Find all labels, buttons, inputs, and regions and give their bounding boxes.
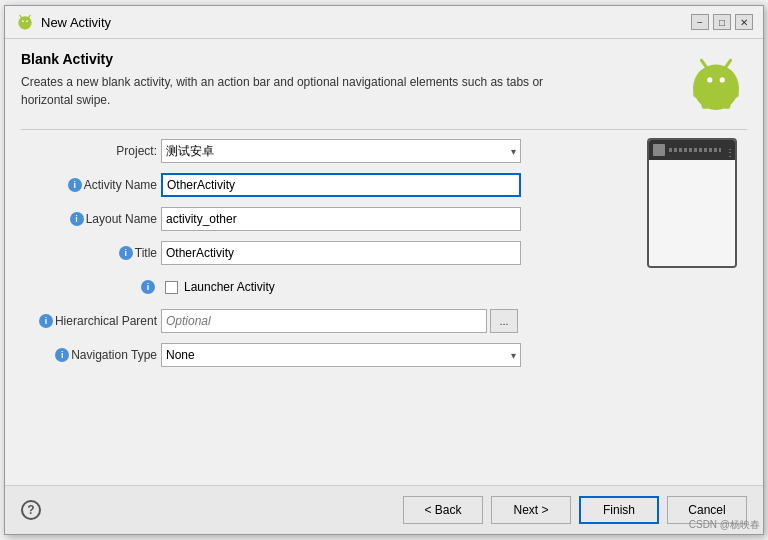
activity-description: Creates a new blank activity, with an ac… xyxy=(21,73,581,109)
project-row: Project: 测试安卓 ▾ xyxy=(21,138,621,164)
phone-header: ⋮ xyxy=(649,140,735,160)
header-left: Blank Activity Creates a new blank activ… xyxy=(21,51,685,109)
phone-body xyxy=(649,160,735,266)
activity-name-row: i Activity Name xyxy=(21,172,621,198)
hierarchical-input[interactable] xyxy=(161,309,487,333)
title-input[interactable] xyxy=(161,241,521,265)
title-bar: New Activity − □ ✕ xyxy=(5,6,763,39)
launcher-checkbox-row: Launcher Activity xyxy=(165,280,275,294)
android-icon xyxy=(15,12,35,32)
hierarchical-label: i Hierarchical Parent xyxy=(21,314,161,328)
nav-type-label: i Navigation Type xyxy=(21,348,161,362)
help-button[interactable]: ? xyxy=(21,500,41,520)
dialog-title: New Activity xyxy=(41,15,111,30)
phone-preview: ⋮ xyxy=(647,138,737,268)
hierarchical-info-icon[interactable]: i xyxy=(39,314,53,328)
svg-line-4 xyxy=(20,15,22,18)
launcher-label-spacer: i xyxy=(21,280,161,294)
nav-type-row: i Navigation Type None ▾ xyxy=(21,342,621,368)
svg-line-10 xyxy=(702,60,707,67)
activity-type-title: Blank Activity xyxy=(21,51,685,67)
nav-type-select[interactable]: None ▾ xyxy=(161,343,521,367)
activity-name-info-icon[interactable]: i xyxy=(68,178,82,192)
project-value: 测试安卓 xyxy=(166,143,214,160)
nav-type-value: None xyxy=(166,348,195,362)
svg-line-11 xyxy=(725,60,730,67)
android-logo-large xyxy=(685,51,747,113)
close-button[interactable]: ✕ xyxy=(735,14,753,30)
header-section: Blank Activity Creates a new blank activ… xyxy=(21,51,747,113)
title-label: i Title xyxy=(21,246,161,260)
svg-rect-14 xyxy=(702,99,709,109)
svg-point-3 xyxy=(26,20,28,22)
nav-type-info-icon[interactable]: i xyxy=(55,348,69,362)
dialog-window: New Activity − □ ✕ Blank Activity Create… xyxy=(4,5,764,535)
bottom-bar: ? < Back Next > Finish Cancel xyxy=(5,485,763,534)
svg-rect-7 xyxy=(702,82,731,99)
launcher-row: i Launcher Activity xyxy=(21,274,621,300)
phone-header-dots: ⋮ xyxy=(725,147,731,153)
layout-name-row: i Layout Name xyxy=(21,206,621,232)
title-bar-left: New Activity xyxy=(15,12,111,32)
minimize-button[interactable]: − xyxy=(691,14,709,30)
content-area: Blank Activity Creates a new blank activ… xyxy=(5,39,763,485)
form-fields: Project: 测试安卓 ▾ i Activity Name xyxy=(21,138,621,376)
phone-header-waves xyxy=(669,148,721,152)
back-button[interactable]: < Back xyxy=(403,496,483,524)
activity-name-label: i Activity Name xyxy=(21,178,161,192)
bottom-left: ? xyxy=(21,500,41,520)
svg-rect-13 xyxy=(732,84,739,97)
next-button[interactable]: Next > xyxy=(491,496,571,524)
hierarchical-row: i Hierarchical Parent ... xyxy=(21,308,621,334)
svg-point-9 xyxy=(720,77,725,82)
svg-point-8 xyxy=(707,77,712,82)
preview-panel: ⋮ xyxy=(637,138,747,376)
finish-button[interactable]: Finish xyxy=(579,496,659,524)
svg-line-5 xyxy=(28,15,30,18)
project-select[interactable]: 测试安卓 ▾ xyxy=(161,139,521,163)
separator-top xyxy=(21,129,747,130)
title-bar-controls: − □ ✕ xyxy=(691,14,753,30)
layout-name-input[interactable] xyxy=(161,207,521,231)
project-dropdown-arrow: ▾ xyxy=(511,146,516,157)
svg-rect-15 xyxy=(723,99,730,109)
layout-name-info-icon[interactable]: i xyxy=(70,212,84,226)
launcher-checkbox-label: Launcher Activity xyxy=(184,280,275,294)
launcher-info-icon[interactable]: i xyxy=(141,280,155,294)
svg-rect-1 xyxy=(21,22,29,28)
activity-name-input[interactable] xyxy=(161,173,521,197)
browse-button[interactable]: ... xyxy=(490,309,518,333)
launcher-checkbox[interactable] xyxy=(165,281,178,294)
layout-name-label: i Layout Name xyxy=(21,212,161,226)
watermark: CSDN @杨映春 xyxy=(689,518,760,532)
project-label: Project: xyxy=(21,144,161,158)
form-section: Project: 测试安卓 ▾ i Activity Name xyxy=(21,138,747,376)
svg-point-2 xyxy=(22,20,24,22)
spacer xyxy=(21,376,747,485)
title-row: i Title xyxy=(21,240,621,266)
nav-type-dropdown-arrow: ▾ xyxy=(511,350,516,361)
phone-header-icon xyxy=(653,144,665,156)
svg-rect-12 xyxy=(693,84,700,97)
maximize-button[interactable]: □ xyxy=(713,14,731,30)
title-info-icon[interactable]: i xyxy=(119,246,133,260)
